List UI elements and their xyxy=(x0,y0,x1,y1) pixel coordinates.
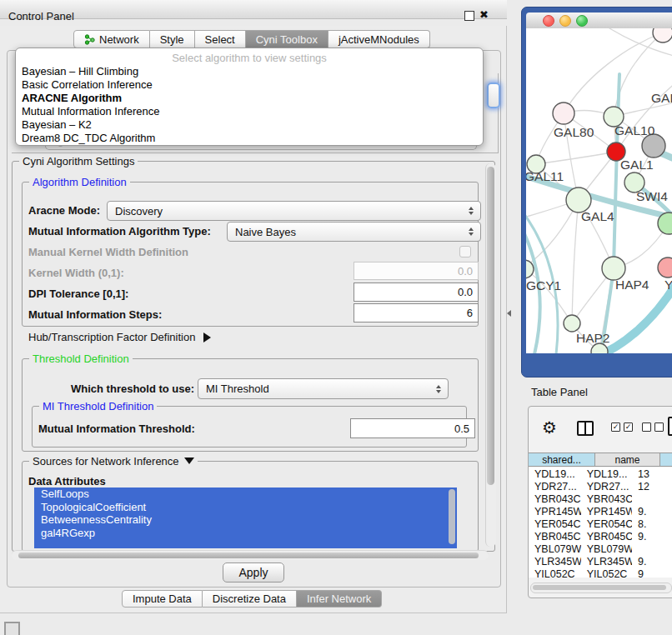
node-label: GAL11 xyxy=(526,169,564,183)
algorithm-option[interactable]: Dream8 DC_TDC Algorithm xyxy=(16,132,483,145)
algorithm-dropdown-popup: Select algorithm to view settings Bayesi… xyxy=(15,48,484,146)
network-node[interactable] xyxy=(564,315,580,332)
attribute-item[interactable]: gal4RGexp xyxy=(34,527,457,540)
table-cell: YIL052C xyxy=(529,568,581,578)
network-node[interactable] xyxy=(658,258,672,278)
float-window-icon[interactable] xyxy=(464,11,474,21)
apply-button[interactable]: Apply xyxy=(223,562,284,582)
dpi-tolerance-field[interactable]: 0.0 xyxy=(354,282,479,302)
data-attributes-list[interactable]: SelfLoopsTopologicalCoefficientBetweenne… xyxy=(34,488,457,548)
attribute-item[interactable]: BetweennessCentrality xyxy=(34,513,457,527)
table-cell: YIL052C xyxy=(581,568,632,578)
algorithm-option[interactable]: Basic Correlation Inference xyxy=(16,78,483,92)
manual-kernel-checkbox[interactable] xyxy=(459,246,471,258)
algorithm-option[interactable]: Mutual Information Inference xyxy=(16,105,483,118)
zoom-traffic-light-icon[interactable] xyxy=(576,15,588,27)
table-row[interactable]: YDL19...YDL19...13 xyxy=(529,468,672,480)
network-node[interactable] xyxy=(526,260,534,278)
network-node[interactable] xyxy=(642,134,665,158)
network-edge[interactable] xyxy=(526,269,572,323)
kernel-width-field[interactable]: 0.0 xyxy=(354,262,479,280)
mi-type-combo[interactable]: Naive Bayes xyxy=(227,222,481,242)
table-cell: 8. xyxy=(632,518,672,530)
network-icon xyxy=(84,34,95,45)
column-header[interactable]: shared... xyxy=(529,452,595,467)
table-row[interactable]: YDR27...YDR27...12 xyxy=(529,480,672,492)
tab-jactivemnodules[interactable]: jActiveMNodules xyxy=(328,30,430,48)
table-row[interactable]: YLR345WYLR345W9. xyxy=(529,555,672,568)
table-cell: 9. xyxy=(632,556,672,568)
algorithm-placeholder: Select algorithm to view settings xyxy=(16,52,483,64)
tab-select[interactable]: Select xyxy=(195,30,246,48)
network-node[interactable] xyxy=(553,102,574,124)
algorithm-option[interactable]: ARACNE Algorithm xyxy=(16,92,483,105)
node-label: SWI4 xyxy=(636,189,668,203)
settings-vertical-scrollbar[interactable] xyxy=(485,163,496,547)
table-cell: YBL079W xyxy=(581,543,632,555)
table-cell: YDR27... xyxy=(581,481,632,492)
settings-horizontal-scrollbar[interactable] xyxy=(12,550,489,560)
document-icon[interactable] xyxy=(668,417,672,436)
table-cell: YBR043C xyxy=(581,493,632,505)
gear-icon[interactable]: ⚙ xyxy=(542,418,557,438)
table-row[interactable]: YER054CYER054C8. xyxy=(529,518,672,530)
algorithm-list: Bayesian – Hill ClimbingBasic Correlatio… xyxy=(16,65,483,145)
table-row[interactable]: YBL079WYBL079W xyxy=(529,542,672,555)
table-row[interactable]: YBR043CYBR043C xyxy=(529,492,672,505)
settings-group-title: Cyni Algorithm Settings xyxy=(19,155,138,168)
column-header[interactable] xyxy=(660,452,672,467)
close-icon[interactable]: ✖ xyxy=(479,8,489,21)
dock-square-icon[interactable] xyxy=(4,622,20,635)
network-edge[interactable] xyxy=(536,152,616,164)
table-row[interactable]: YPR145WYPR145W9. xyxy=(529,505,672,518)
mi-threshold-label: Mutual Information Threshold: xyxy=(38,422,195,435)
algorithm-combo-spinner-fragment[interactable] xyxy=(487,82,500,108)
hub-definition-toggle[interactable]: Hub/Transcription Factor Definition xyxy=(28,331,211,343)
unchecked-checkbox-icon[interactable] xyxy=(642,422,651,432)
bottom-tabbar: Impute Data Discretize Data Infer Networ… xyxy=(122,590,382,608)
column-layout-icon[interactable] xyxy=(577,421,594,436)
tab-style[interactable]: Style xyxy=(150,30,195,48)
control-panel-tabbar: Network Style Select Cyni Toolbox jActiv… xyxy=(73,30,430,48)
splitpane-collapse-icon[interactable] xyxy=(507,310,511,317)
node-label: GAL10 xyxy=(614,123,655,138)
network-edge[interactable] xyxy=(564,32,663,113)
tab-infer-network[interactable]: Infer Network xyxy=(297,590,382,608)
tab-network[interactable]: Network xyxy=(73,30,150,48)
unchecked-checkbox-icon[interactable] xyxy=(654,422,664,432)
network-edge[interactable] xyxy=(572,200,579,323)
aracne-mode-combo[interactable]: Discovery xyxy=(107,201,481,221)
collapse-down-icon[interactable] xyxy=(184,458,194,464)
algorithm-option[interactable]: Bayesian – K2 xyxy=(16,118,483,132)
mi-steps-field[interactable]: 6 xyxy=(354,303,479,322)
tab-impute-data[interactable]: Impute Data xyxy=(122,590,203,608)
network-canvas[interactable]: GALGAL80GAL10GAL1GAL11SWI4GAL4GCY1HAP4YH… xyxy=(526,28,672,353)
network-graph: GALGAL80GAL10GAL1GAL11SWI4GAL4GCY1HAP4YH… xyxy=(526,28,672,353)
table-row[interactable]: YBR045CYBR045C9. xyxy=(529,530,672,542)
table-row[interactable]: YIL052CYIL052C9 xyxy=(529,568,672,578)
screen: Control Panel ✖ Network Style Select Cyn… xyxy=(0,0,672,635)
tab-discretize-data[interactable]: Discretize Data xyxy=(203,590,297,608)
mi-threshold-field[interactable]: 0.5 xyxy=(350,418,475,438)
attributes-scrollbar[interactable] xyxy=(449,489,455,544)
which-threshold-combo[interactable]: MI Threshold xyxy=(198,378,449,399)
tab-cyni-toolbox[interactable]: Cyni Toolbox xyxy=(246,30,328,48)
attribute-item[interactable]: TopologicalCoefficient xyxy=(34,501,457,514)
kernel-width-label: Kernel Width (0,1): xyxy=(28,267,124,279)
node-label: GCY1 xyxy=(526,278,561,292)
network-window-titlebar[interactable] xyxy=(526,12,672,29)
table-cell: 9. xyxy=(632,531,672,542)
checked-checkbox-icon[interactable]: ✓ xyxy=(624,422,633,432)
aracne-mode-label: Aracne Mode: xyxy=(28,204,100,217)
table-cell: 9 xyxy=(632,568,672,578)
network-node[interactable] xyxy=(653,28,672,42)
close-traffic-light-icon[interactable] xyxy=(543,15,554,27)
attribute-item[interactable]: SelfLoops xyxy=(34,488,457,501)
table-header: shared...name xyxy=(529,452,672,467)
algorithm-option[interactable]: Bayesian – Hill Climbing xyxy=(16,65,483,78)
checked-checkbox-icon[interactable]: ✓ xyxy=(611,422,620,432)
minimize-traffic-light-icon[interactable] xyxy=(559,15,571,27)
table-horizontal-scrollbar[interactable] xyxy=(530,582,672,593)
column-header[interactable]: name xyxy=(595,452,660,467)
network-node[interactable] xyxy=(602,257,625,280)
